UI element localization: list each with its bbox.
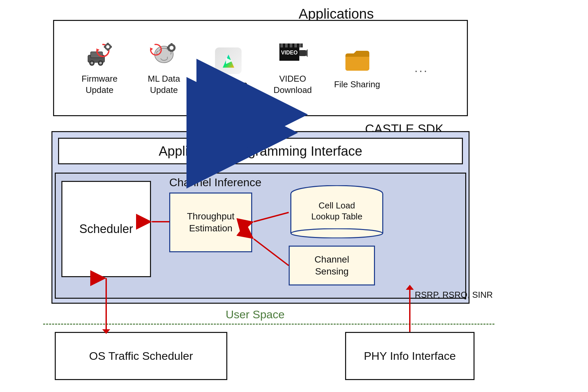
svg-rect-17 <box>171 50 173 52</box>
user-space-line <box>43 324 494 325</box>
os-scheduler-label: OS Traffic Scheduler <box>89 350 193 362</box>
channel-inference-label: Channel Inference <box>169 176 261 189</box>
rsrp-label: RSRP, RSRQ, SINR <box>415 289 493 301</box>
applications-title: Applications <box>299 6 374 22</box>
api-box: Application Programming Interface <box>58 138 463 164</box>
svg-text:VIDEO: VIDEO <box>281 50 298 55</box>
svg-rect-12 <box>110 46 112 48</box>
app-ml: ML DataUpdate <box>137 40 190 96</box>
phy-interface-box: PHY Info Interface <box>345 332 475 380</box>
scheduler-box: Scheduler <box>61 181 151 277</box>
cell-load-cylinder: Cell LoadLookup Table <box>290 185 383 238</box>
svg-rect-30 <box>299 43 302 47</box>
diagram-container: Applications <box>0 0 588 392</box>
svg-point-3 <box>91 62 93 64</box>
api-label: Application Programming Interface <box>159 144 362 159</box>
svg-marker-35 <box>306 49 308 57</box>
firmware-label: Firmware Update <box>73 73 126 96</box>
scheduler-label: Scheduler <box>79 222 133 236</box>
svg-rect-16 <box>171 43 173 45</box>
appstore-label: App Store <box>209 79 248 90</box>
appstore-icon <box>213 46 243 76</box>
svg-rect-19 <box>174 47 176 49</box>
svg-point-37 <box>291 229 383 238</box>
svg-rect-28 <box>290 43 292 47</box>
channel-sensing-label: ChannelSensing <box>315 254 349 278</box>
svg-point-8 <box>106 45 110 48</box>
app-video: VIDEO VIDEODownload <box>266 40 319 96</box>
file-icon <box>342 46 372 76</box>
svg-point-15 <box>170 46 174 50</box>
svg-rect-11 <box>104 46 106 48</box>
app-store: App Store <box>202 46 255 90</box>
svg-rect-9 <box>107 43 109 44</box>
os-scheduler-box: OS Traffic Scheduler <box>55 332 227 380</box>
svg-rect-10 <box>107 49 109 51</box>
firmware-icon <box>85 40 114 70</box>
phy-interface-label: PHY Info Interface <box>364 350 456 362</box>
app-dots: ... <box>395 53 448 83</box>
svg-rect-18 <box>167 47 169 49</box>
svg-rect-1 <box>91 52 103 58</box>
video-label: VIDEODownload <box>273 73 312 96</box>
svg-point-5 <box>99 62 102 64</box>
svg-rect-34 <box>299 50 306 56</box>
file-label: File Sharing <box>334 79 380 90</box>
throughput-box: ThroughputEstimation <box>169 193 252 252</box>
cell-load-box: Cell LoadLookup Table <box>289 184 385 239</box>
svg-rect-29 <box>294 43 297 47</box>
ml-icon <box>149 40 179 70</box>
applications-box: Firmware Update <box>53 20 468 116</box>
throughput-label: ThroughputEstimation <box>187 210 234 235</box>
svg-rect-26 <box>280 43 283 47</box>
svg-rect-27 <box>285 43 288 47</box>
channel-sensing-box: ChannelSensing <box>289 246 375 285</box>
user-space-label: User Space <box>226 308 285 321</box>
cell-load-label: Cell LoadLookup Table <box>290 200 383 223</box>
video-icon: VIDEO <box>278 40 308 70</box>
dots-icon: ... <box>406 53 436 83</box>
app-file: File Sharing <box>331 46 384 90</box>
app-firmware: Firmware Update <box>73 40 126 96</box>
ml-label: ML DataUpdate <box>148 73 180 96</box>
